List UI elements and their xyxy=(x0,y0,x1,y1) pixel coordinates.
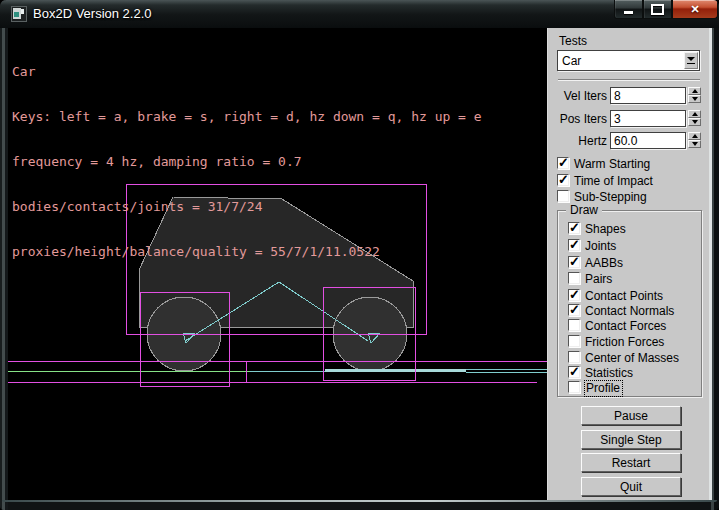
debug-line-keys: Keys: left = a, brake = s, right = d, hz… xyxy=(12,109,482,124)
app-window: Box2D Version 2.2.0 ✕ xyxy=(0,0,719,510)
arrow-up-icon xyxy=(692,112,698,116)
control-panel: Tests Car Vel Iters Pos Iters xyxy=(547,28,709,500)
single-step-button[interactable]: Single Step xyxy=(581,430,681,449)
restart-button[interactable]: Restart xyxy=(581,453,681,472)
hertz-spin-up[interactable] xyxy=(688,132,701,140)
joints-label: Joints xyxy=(585,239,616,253)
vel-iters-spinner xyxy=(688,87,701,104)
center-of-masses-label: Center of Masses xyxy=(585,351,679,365)
pos-iters-spinner xyxy=(688,110,701,127)
contact-normals-label: Contact Normals xyxy=(585,304,674,318)
shapes-row: Shapes xyxy=(558,222,703,236)
window-title: Box2D Version 2.2.0 xyxy=(33,0,152,26)
sub-stepping-label: Sub-Stepping xyxy=(574,190,647,204)
vel-iters-spin-down[interactable] xyxy=(688,95,701,103)
aabbs-row: AABBs xyxy=(558,256,703,270)
quit-button[interactable]: Quit xyxy=(581,477,681,496)
chevron-down-icon xyxy=(687,57,695,61)
pause-button[interactable]: Pause xyxy=(581,406,681,425)
app-icon-accent xyxy=(14,12,19,17)
checkbox-contact-points[interactable] xyxy=(568,289,580,301)
app-icon-bar xyxy=(21,9,24,14)
pos-iters-spin-up[interactable] xyxy=(688,110,701,118)
pos-iters-row: Pos Iters xyxy=(548,110,710,127)
center-of-masses-row: Center of Masses xyxy=(558,351,703,365)
checkbox-time-of-impact[interactable] xyxy=(557,174,569,186)
checkbox-friction-forces[interactable] xyxy=(568,335,580,347)
vel-iters-spin-up[interactable] xyxy=(688,87,701,95)
window-bottom-highlight xyxy=(2,500,717,502)
arrow-down-icon xyxy=(692,97,698,101)
tests-label: Tests xyxy=(559,34,587,48)
checkbox-sub-stepping[interactable] xyxy=(557,190,569,202)
tests-dropdown[interactable]: Car xyxy=(557,50,700,71)
vel-iters-label: Vel Iters xyxy=(548,89,607,103)
hertz-input[interactable] xyxy=(610,132,686,149)
minimize-icon xyxy=(624,11,633,14)
pos-iters-label: Pos Iters xyxy=(548,112,607,126)
statistics-row: Statistics xyxy=(558,366,703,380)
checkbox-warm-starting[interactable] xyxy=(557,157,569,169)
contact-forces-label: Contact Forces xyxy=(585,319,666,333)
maximize-button[interactable] xyxy=(643,0,672,19)
checkbox-contact-normals[interactable] xyxy=(568,304,580,316)
vel-iters-input[interactable] xyxy=(610,87,686,104)
debug-line-bodies: bodies/contacts/joints = 31/7/24 xyxy=(12,199,482,214)
pos-iters-spin-down[interactable] xyxy=(688,118,701,126)
debug-line-frequency: frequency = 4 hz, damping ratio = 0.7 xyxy=(12,154,482,169)
statistics-label: Statistics xyxy=(585,366,633,380)
hertz-label: Hertz xyxy=(548,134,607,148)
close-icon: ✕ xyxy=(690,3,699,16)
aabbs-label: AABBs xyxy=(585,256,623,270)
draw-group-title: Draw xyxy=(566,203,602,217)
checkbox-aabbs[interactable] xyxy=(568,256,580,268)
close-button[interactable]: ✕ xyxy=(672,0,718,19)
friction-forces-row: Friction Forces xyxy=(558,335,703,349)
checkbox-contact-forces[interactable] xyxy=(568,319,580,331)
app-icon xyxy=(11,6,27,22)
hertz-row: Hertz xyxy=(548,132,710,149)
contact-normals-row: Contact Normals xyxy=(558,304,703,318)
arrow-up-icon xyxy=(692,89,698,93)
dropdown-button[interactable] xyxy=(684,52,698,69)
hertz-spin-down[interactable] xyxy=(688,140,701,148)
draw-group: Draw Shapes Joints AABBs Pairs Contact P… xyxy=(557,210,702,397)
arrow-up-icon xyxy=(692,134,698,138)
pos-iters-input[interactable] xyxy=(610,110,686,127)
checkbox-pairs[interactable] xyxy=(568,272,580,284)
contact-points-label: Contact Points xyxy=(585,289,663,303)
tests-dropdown-value: Car xyxy=(562,54,581,68)
shapes-label: Shapes xyxy=(585,222,626,236)
checkbox-statistics[interactable] xyxy=(568,366,580,378)
friction-forces-label: Friction Forces xyxy=(585,335,664,349)
dropdown-underline xyxy=(687,63,695,64)
hertz-spinner xyxy=(688,132,701,149)
profile-label: Profile xyxy=(585,381,622,396)
profile-row: Profile xyxy=(558,381,703,395)
vel-iters-row: Vel Iters xyxy=(548,87,710,104)
checkbox-center-of-masses[interactable] xyxy=(568,351,580,363)
simulation-canvas[interactable]: Car Keys: left = a, brake = s, right = d… xyxy=(8,28,547,500)
time-of-impact-label: Time of Impact xyxy=(574,174,653,188)
minimize-button[interactable] xyxy=(614,0,643,19)
debug-line-test-name: Car xyxy=(12,64,482,79)
checkbox-joints[interactable] xyxy=(568,239,580,251)
pairs-row: Pairs xyxy=(558,272,703,286)
checkbox-shapes[interactable] xyxy=(568,222,580,234)
panel-edge-highlight xyxy=(709,28,712,500)
checkbox-profile[interactable] xyxy=(568,381,580,393)
debug-line-proxies: proxies/height/balance/quality = 55/7/1/… xyxy=(12,244,482,259)
arrow-down-icon xyxy=(692,120,698,124)
debug-text-block: Car Keys: left = a, brake = s, right = d… xyxy=(12,34,482,289)
joints-row: Joints xyxy=(558,239,703,253)
arrow-down-icon xyxy=(692,142,698,146)
pairs-label: Pairs xyxy=(585,272,612,286)
maximize-icon xyxy=(651,4,664,15)
contact-forces-row: Contact Forces xyxy=(558,319,703,333)
titlebar[interactable]: Box2D Version 2.2.0 ✕ xyxy=(0,0,719,28)
warm-starting-label: Warm Starting xyxy=(574,157,650,171)
separator xyxy=(558,79,700,81)
contact-points-row: Contact Points xyxy=(558,289,703,303)
